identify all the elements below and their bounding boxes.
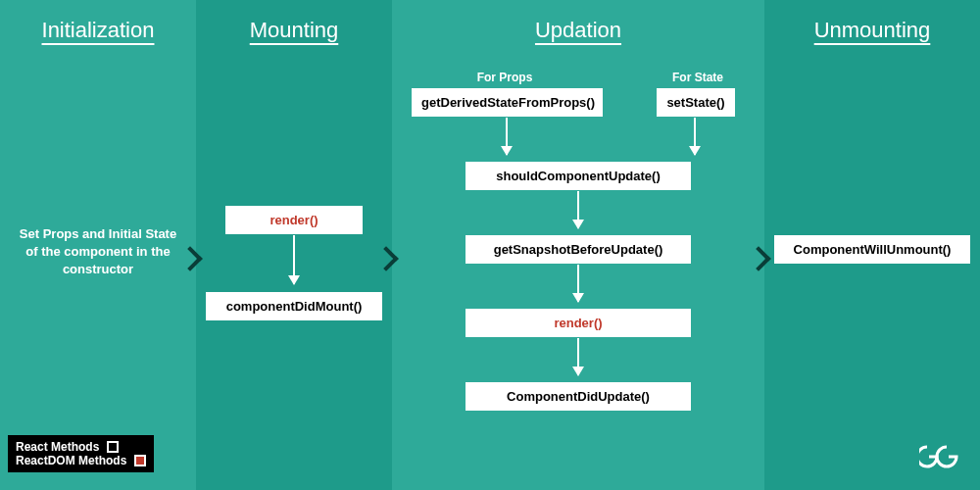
- for-state-label: For State: [659, 71, 737, 84]
- initialization-description: Set Props and Initial State of the compo…: [0, 225, 196, 279]
- render-box: render(): [225, 206, 363, 234]
- updation-title: Updation: [392, 0, 764, 49]
- updation-column: Updation For Props For State getDerivedS…: [392, 0, 764, 490]
- component-did-mount-box: componentDidMount(): [206, 292, 382, 320]
- legend-react: React Methods: [16, 440, 146, 454]
- for-props-label: For Props: [446, 71, 564, 84]
- arrow-icon: [577, 338, 579, 375]
- legend-react-label: React Methods: [16, 440, 99, 454]
- logo: [919, 445, 958, 475]
- arrow-icon: [506, 118, 508, 155]
- render-box: render(): [466, 309, 691, 337]
- legend-square-icon: [107, 441, 119, 453]
- mounting-title: Mounting: [196, 0, 392, 49]
- initialization-column: Initialization Set Props and Initial Sta…: [0, 0, 196, 490]
- will-unmount-box: ComponentWillUnmount(): [774, 235, 970, 264]
- arrow-icon: [293, 235, 295, 284]
- legend-square-icon: [134, 455, 146, 466]
- initialization-title: Initialization: [0, 0, 196, 49]
- get-snapshot-box: getSnapshotBeforeUpdate(): [466, 235, 691, 264]
- arrow-icon: [694, 118, 696, 155]
- unmounting-title: Unmounting: [764, 0, 980, 49]
- connector: [506, 118, 695, 120]
- legend-reactdom: ReactDOM Methods: [16, 454, 146, 467]
- arrow-icon: [577, 191, 579, 228]
- did-update-box: ComponentDidUpdate(): [466, 382, 691, 411]
- legend: React Methods ReactDOM Methods: [8, 435, 154, 472]
- set-state-box: setState(): [657, 88, 735, 117]
- get-derived-box: getDerivedStateFromProps(): [412, 88, 603, 117]
- unmounting-column: Unmounting ComponentWillUnmount(): [764, 0, 980, 490]
- mounting-column: Mounting render() componentDidMount(): [196, 0, 392, 490]
- legend-reactdom-label: ReactDOM Methods: [16, 454, 126, 467]
- arrow-icon: [577, 265, 579, 302]
- should-update-box: shouldComponentUpdate(): [466, 162, 691, 190]
